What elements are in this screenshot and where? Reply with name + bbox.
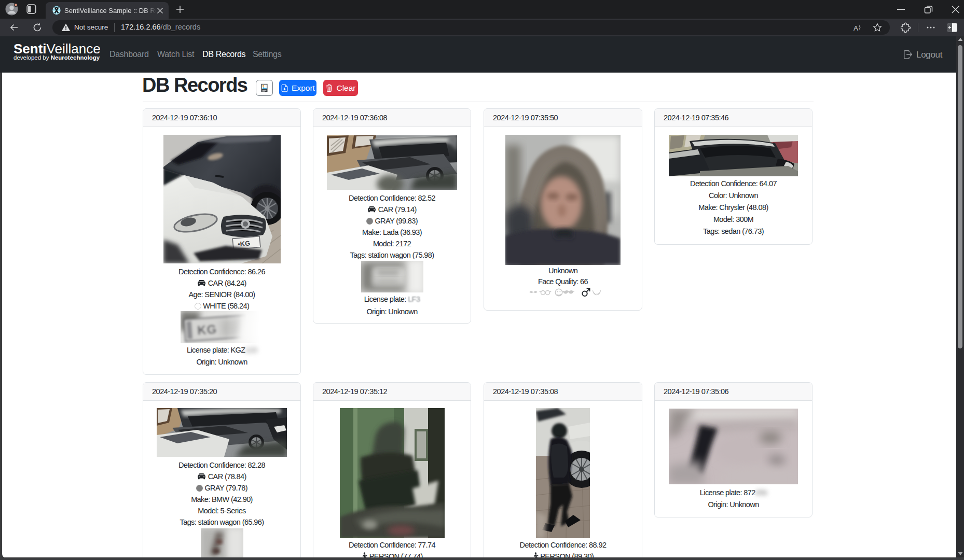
svg-text:A: A [853,24,858,32]
svg-text:•KG: •KG [237,239,250,248]
